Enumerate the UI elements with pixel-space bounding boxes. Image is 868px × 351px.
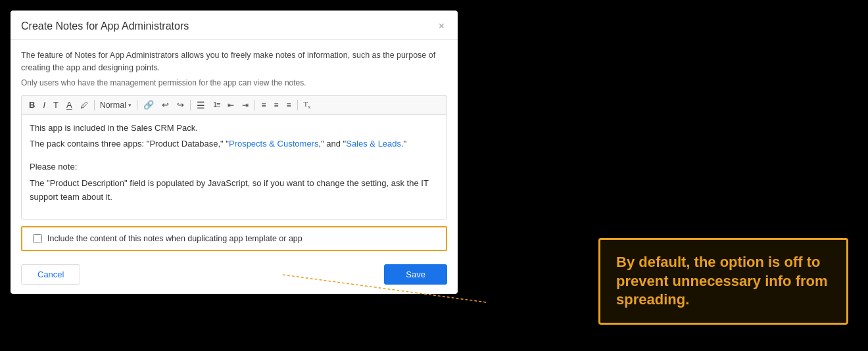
editor-toolbar: B I T A 🖊 Normal ▾ 🔗 [21,95,447,114]
description-text: The feature of Notes for App Administrat… [21,49,447,74]
outdent-button[interactable]: ⇤ [224,99,237,111]
redo-icon: ↪ [177,101,184,109]
italic-button[interactable]: I [39,99,49,111]
unordered-list-icon: ☰ [197,101,205,110]
undo-icon: ↩ [162,101,169,109]
align-left-button[interactable]: ≡ [258,99,269,111]
align-left-icon: ≡ [261,101,266,109]
undo-button[interactable]: ↩ [158,99,172,111]
highlight-button[interactable]: A [63,99,76,111]
ordered-list-button[interactable]: 1≡ [210,99,224,110]
align-right-button[interactable]: ≡ [283,99,295,111]
align-right-icon: ≡ [287,101,291,109]
font-color-button[interactable]: 🖊 [77,99,91,111]
link-icon: 🔗 [143,101,154,109]
chevron-down-icon: ▾ [128,102,132,108]
editor-line-2: The pack contains three apps: "Product D… [30,137,439,151]
remove-format-icon: Tx [304,101,311,110]
redo-button[interactable]: ↪ [174,99,187,111]
include-notes-checkbox[interactable] [33,234,42,243]
style-dropdown[interactable]: Normal ▾ [97,99,134,111]
dialog-footer: Cancel Save [11,258,458,294]
align-center-button[interactable]: ≡ [271,99,282,111]
editor-area[interactable]: This app is included in the Sales CRM Pa… [21,114,447,220]
toolbar-separator-3 [190,100,191,110]
toolbar-separator-1 [94,100,95,110]
create-notes-dialog: Create Notes for App Administrators × Th… [11,11,458,294]
editor-line-4: The "Product Description" field is popul… [30,177,439,204]
save-button[interactable]: Save [384,264,447,285]
annotation-callout: By default, the option is off to prevent… [598,238,848,325]
dialog-body: The feature of Notes for App Administrat… [11,40,458,220]
link-prospects[interactable]: Prospects & Customers [229,139,319,149]
callout-text: By default, the option is off to prevent… [616,253,831,310]
text-button[interactable]: T [50,99,62,111]
editor-line-1: This app is included in the Sales CRM Pa… [30,122,439,135]
ordered-list-icon: 1≡ [213,101,220,108]
toolbar-separator-4 [254,100,255,110]
checkbox-label: Include the content of this notes when d… [47,234,302,243]
cancel-button[interactable]: Cancel [21,264,80,285]
indent-button[interactable]: ⇥ [239,99,252,111]
bold-button[interactable]: B [26,99,38,111]
checkbox-area: Include the content of this notes when d… [21,226,447,251]
style-label: Normal [100,101,126,110]
permission-text: Only users who have the management permi… [21,78,447,87]
align-center-icon: ≡ [274,101,279,109]
outdent-icon: ⇤ [228,101,234,109]
editor-spacer [30,154,439,160]
toolbar-separator-5 [297,100,298,110]
dialog-header: Create Notes for App Administrators × [11,11,458,40]
toolbar-separator-2 [137,100,137,110]
editor-line-3: Please note: [30,160,439,174]
link-button[interactable]: 🔗 [140,99,157,111]
indent-icon: ⇥ [242,101,249,109]
unordered-list-button[interactable]: ☰ [193,99,208,112]
remove-format-button[interactable]: Tx [301,99,314,112]
dialog-title: Create Notes for App Administrators [21,20,189,32]
link-sales[interactable]: Sales & Leads [346,139,401,149]
close-button[interactable]: × [436,20,447,33]
